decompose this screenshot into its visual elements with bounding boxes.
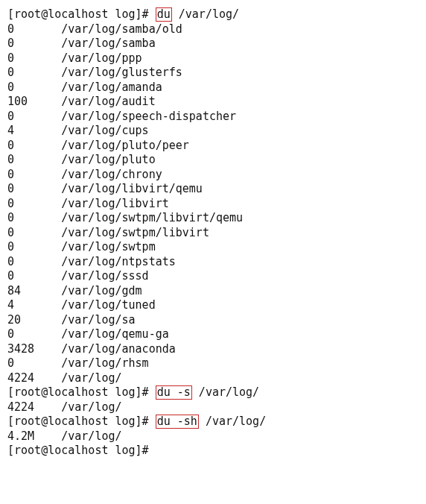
du-output-row: 4/var/log/tuned — [7, 298, 419, 313]
highlighted-command: du -s — [156, 385, 192, 400]
du-output-row: 0/var/log/ppp — [7, 51, 419, 66]
size-value: 0 — [7, 22, 61, 37]
size-value: 0 — [7, 255, 61, 270]
size-value: 20 — [7, 313, 61, 328]
du-output-row: 0/var/log/libvirt — [7, 197, 419, 212]
du-output-row: 0/var/log/rhsm — [7, 356, 419, 371]
du-output-row: 4/var/log/cups — [7, 124, 419, 139]
prompt-line[interactable]: [root@localhost log]# du -s /var/log/ — [7, 385, 419, 400]
size-value: 0 — [7, 168, 61, 183]
terminal-output: [root@localhost log]# du /var/log/0/var/… — [7, 7, 419, 459]
path-value: /var/log/anaconda — [61, 342, 176, 356]
path-value: /var/log/swtpm — [61, 240, 155, 253]
du-output-row: 0/var/log/swtpm/libvirt — [7, 226, 419, 241]
size-value: 0 — [7, 356, 61, 371]
size-value: 0 — [7, 139, 61, 154]
du-output-row: 4224/var/log/ — [7, 400, 419, 415]
path-value: /var/log/chrony — [61, 168, 162, 181]
path-value: /var/log/sssd — [61, 269, 148, 283]
shell-prompt: [root@localhost log]# — [7, 7, 156, 21]
du-output-row: 4224/var/log/ — [7, 371, 419, 386]
command-argument: /var/log/ — [172, 7, 239, 21]
size-value: 0 — [7, 153, 61, 168]
path-value: /var/log/sa — [61, 313, 135, 327]
size-value: 0 — [7, 226, 61, 241]
du-output-row: 0/var/log/swtpm — [7, 240, 419, 255]
size-value: 0 — [7, 110, 61, 125]
du-output-row: 0/var/log/amanda — [7, 81, 419, 95]
path-value: /var/log/cups — [61, 124, 148, 137]
path-value: /var/log/tuned — [61, 298, 155, 312]
shell-prompt: [root@localhost log]# — [7, 415, 156, 428]
du-output-row: 0/var/log/samba/old — [7, 22, 419, 37]
command-argument: /var/log/ — [199, 415, 266, 428]
du-output-row: 0/var/log/pluto — [7, 153, 419, 168]
size-value: 84 — [7, 284, 61, 299]
du-output-row: 20/var/log/sa — [7, 313, 419, 328]
du-output-row: 0/var/log/libvirt/qemu — [7, 182, 419, 197]
highlighted-command: du -sh — [156, 415, 199, 429]
size-value: 4224 — [7, 400, 61, 415]
highlighted-command: du — [156, 7, 172, 22]
path-value: /var/log/libvirt — [61, 197, 169, 210]
size-value: 0 — [7, 81, 61, 95]
du-output-row: 0/var/log/glusterfs — [7, 66, 419, 81]
path-value: /var/log/gdm — [61, 284, 142, 297]
prompt-line[interactable]: [root@localhost log]# du -sh /var/log/ — [7, 415, 419, 429]
size-value: 4.2M — [7, 429, 61, 444]
path-value: /var/log/pluto/peer — [61, 139, 189, 152]
du-output-row: 0/var/log/qemu-ga — [7, 327, 419, 342]
path-value: /var/log/ppp — [61, 51, 142, 65]
du-output-row: 0/var/log/chrony — [7, 168, 419, 183]
size-value: 3428 — [7, 342, 61, 357]
size-value: 0 — [7, 269, 61, 284]
path-value: /var/log/samba — [61, 37, 155, 50]
path-value: /var/log/swtpm/libvirt — [61, 226, 209, 239]
du-output-row: 0/var/log/swtpm/libvirt/qemu — [7, 211, 419, 226]
path-value: /var/log/rhsm — [61, 356, 148, 370]
size-value: 4 — [7, 124, 61, 139]
size-value: 0 — [7, 197, 61, 212]
shell-prompt: [root@localhost log]# — [7, 385, 156, 399]
du-output-row: 84/var/log/gdm — [7, 284, 419, 299]
prompt-line[interactable]: [root@localhost log]# — [7, 444, 419, 459]
path-value: /var/log/qemu-ga — [61, 327, 169, 341]
path-value: /var/log/pluto — [61, 153, 155, 166]
path-value: /var/log/samba/old — [61, 22, 182, 36]
size-value: 0 — [7, 182, 61, 197]
path-value: /var/log/ — [61, 400, 121, 414]
path-value: /var/log/speech-dispatcher — [61, 110, 236, 123]
size-value: 0 — [7, 66, 61, 81]
size-value: 0 — [7, 51, 61, 66]
path-value: /var/log/swtpm/libvirt/qemu — [61, 211, 243, 224]
size-value: 4224 — [7, 371, 61, 386]
du-output-row: 0/var/log/samba — [7, 37, 419, 51]
path-value: /var/log/ntpstats — [61, 255, 176, 268]
du-output-row: 0/var/log/sssd — [7, 269, 419, 284]
path-value: /var/log/ — [61, 429, 121, 443]
size-value: 0 — [7, 327, 61, 342]
path-value: /var/log/glusterfs — [61, 66, 182, 79]
du-output-row: 0/var/log/ntpstats — [7, 255, 419, 270]
du-output-row: 0/var/log/pluto/peer — [7, 139, 419, 154]
path-value: /var/log/ — [61, 371, 121, 385]
du-output-row: 3428/var/log/anaconda — [7, 342, 419, 357]
du-output-row: 4.2M/var/log/ — [7, 429, 419, 444]
path-value: /var/log/amanda — [61, 81, 162, 94]
du-output-row: 100/var/log/audit — [7, 95, 419, 110]
size-value: 4 — [7, 298, 61, 313]
size-value: 0 — [7, 211, 61, 226]
path-value: /var/log/libvirt/qemu — [61, 182, 203, 195]
size-value: 100 — [7, 95, 61, 110]
command-argument: /var/log/ — [192, 385, 259, 399]
size-value: 0 — [7, 240, 61, 255]
prompt-line[interactable]: [root@localhost log]# du /var/log/ — [7, 7, 419, 22]
size-value: 0 — [7, 37, 61, 51]
shell-prompt: [root@localhost log]# — [7, 444, 156, 457]
path-value: /var/log/audit — [61, 95, 155, 108]
du-output-row: 0/var/log/speech-dispatcher — [7, 110, 419, 125]
